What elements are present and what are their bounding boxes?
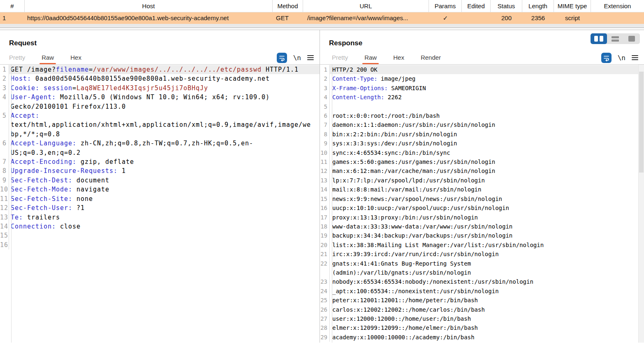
request-tab-pretty[interactable]: Pretty [8, 51, 26, 64]
response-editor[interactable]: 1HTTP/2 200 OK2Content-Type: image/jpeg3… [320, 65, 644, 343]
column-header-status[interactable]: Status [491, 0, 522, 12]
editor-line: 13lp:x:7:7:lp:/var/spool/lpd:/usr/sbin/n… [320, 176, 644, 185]
column-header-host[interactable]: Host [25, 0, 273, 12]
editor-line: 15 [0, 231, 320, 240]
editor-line: 1HTTP/2 200 OK [320, 65, 644, 74]
history-table-header: # Host Method URL Params Edited Status L… [0, 0, 644, 12]
request-editor[interactable]: 1GET /image?filename=/var/www/images/../… [0, 65, 320, 343]
response-panel: Response Pretty Raw Hex Render \n [320, 30, 644, 343]
line-number: 16 [320, 203, 330, 212]
column-header-length[interactable]: Length [522, 0, 554, 12]
editor-line: 12Sec-Fetch-User: ?1 [0, 203, 320, 212]
column-header-method[interactable]: Method [273, 0, 303, 12]
line-number: 11 [0, 194, 9, 203]
line-number: 7 [320, 120, 330, 129]
line-number: 10 [320, 148, 330, 157]
cell-url: /image?filename=/var/www/images... [303, 12, 429, 24]
line-number: 28 [320, 323, 330, 332]
request-tab-hex[interactable]: Hex [69, 51, 82, 64]
column-header-params[interactable]: Params [429, 0, 462, 12]
history-row-selected[interactable]: 1 https://0aad00d50456440b80155ae900e800… [0, 12, 644, 24]
editor-line: 16 [0, 240, 320, 250]
line-number: 6 [320, 111, 330, 120]
http-history-table: # Host Method URL Params Edited Status L… [0, 0, 644, 28]
editor-line: 2Content-Type: image/jpeg [320, 74, 644, 83]
editor-line: 10sync:x:4:65534:sync:/bin:/bin/sync [320, 148, 644, 157]
editor-line: 5 [320, 102, 644, 111]
column-header-edited[interactable]: Edited [462, 0, 491, 12]
editor-line: 22gnats:x:41:41:Gnats Bug-Reporting Syst… [320, 259, 644, 278]
line-number: 5 [0, 111, 9, 139]
line-number: 4 [320, 93, 330, 102]
column-header-extension[interactable]: Extension [591, 0, 644, 12]
line-number: 7 [0, 157, 9, 166]
line-number: 3 [320, 84, 330, 93]
line-number: 2 [320, 74, 330, 83]
cell-method: GET [273, 12, 303, 24]
column-header-mime-type[interactable]: MIME type [554, 0, 591, 12]
line-number: 8 [0, 166, 9, 175]
request-panel-title: Request [9, 39, 320, 48]
line-number: 19 [320, 231, 330, 240]
line-number: 13 [320, 176, 330, 185]
line-number: 14 [320, 185, 330, 194]
burp-http-message-viewer: # Host Method URL Params Edited Status L… [0, 0, 644, 343]
response-scrollbar[interactable] [638, 65, 644, 343]
editor-line: 4User-Agent: Mozilla/5.0 (Windows NT 10.… [0, 93, 320, 111]
response-tab-raw[interactable]: Raw [364, 51, 378, 64]
cell-edited [462, 12, 491, 24]
line-number: 4 [0, 93, 9, 111]
line-number: 10 [0, 185, 9, 194]
editor-line: 23nobody:x:65534:65534:nobody:/nonexiste… [320, 277, 644, 286]
line-number: 13 [0, 213, 9, 222]
newline-icon[interactable]: \n [618, 54, 625, 62]
editor-line: 14Connection: close [0, 222, 320, 231]
editor-line: 3Cookie: session=Laq8WE17led4K3Iqsjr5u45… [0, 84, 320, 93]
word-wrap-icon[interactable] [277, 53, 287, 63]
column-header-url[interactable]: URL [303, 0, 429, 12]
cell-status: 200 [491, 12, 522, 24]
newline-icon[interactable]: \n [293, 54, 301, 62]
editor-line: 14mail:x:8:8:mail:/var/mail:/usr/sbin/no… [320, 185, 644, 194]
response-tab-hex[interactable]: Hex [392, 51, 405, 64]
response-toolbar: \n [601, 51, 644, 64]
line-number: 22 [320, 259, 330, 278]
line-number: 3 [0, 84, 9, 93]
response-tab-pretty[interactable]: Pretty [331, 51, 349, 64]
hamburger-menu-icon[interactable] [632, 55, 638, 60]
table-empty-area [0, 24, 644, 28]
editor-line: 11games:x:5:60:games:/usr/games:/usr/sbi… [320, 157, 644, 166]
line-number: 6 [0, 139, 9, 157]
layout-columns-button[interactable] [591, 33, 607, 44]
line-number: 18 [320, 222, 330, 231]
message-editor-panels: Request Pretty Raw Hex \n [0, 30, 644, 343]
line-number: 17 [320, 213, 330, 222]
editor-line: 2Host: 0aad00d50456440b80155ae900e800a1.… [0, 74, 320, 83]
response-tab-bar: Pretty Raw Hex Render \n [320, 51, 644, 65]
layout-rows-button[interactable] [607, 33, 623, 44]
response-tab-render[interactable]: Render [420, 51, 442, 64]
cell-host: https://0aad00d50456440b80155ae900e800a1… [25, 12, 273, 24]
line-number: 23 [320, 277, 330, 286]
editor-line: 9Sec-Fetch-Dest: document [0, 176, 320, 185]
line-number: 15 [0, 231, 9, 240]
layout-single-button[interactable] [623, 33, 640, 44]
editor-line: 7daemon:x:1:1:daemon:/usr/sbin:/usr/sbin… [320, 120, 644, 129]
editor-line: 5Accept: text/html,application/xhtml+xml… [0, 111, 320, 139]
editor-line: 9sys:x:3:3:sys:/dev:/usr/sbin/nologin [320, 139, 644, 148]
editor-line: 26carlos:x:12002:12002::/home/carlos:/bi… [320, 305, 644, 314]
line-number: 9 [0, 176, 9, 185]
column-header-number[interactable]: # [0, 0, 25, 12]
request-toolbar: \n [277, 51, 320, 64]
word-wrap-icon[interactable] [601, 53, 612, 63]
params-check-icon: ✓ [429, 12, 462, 24]
cell-mime-type: script [554, 12, 591, 24]
scrollbar-thumb[interactable] [639, 72, 644, 173]
editor-line: 27user:x:12000:12000::/home/user:/bin/ba… [320, 314, 644, 323]
editor-line: 7Accept-Encoding: gzip, deflate [0, 157, 320, 166]
editor-line: 11Sec-Fetch-Site: none [0, 194, 320, 203]
editor-line: 8Upgrade-Insecure-Requests: 1 [0, 166, 320, 175]
hamburger-menu-icon[interactable] [307, 55, 314, 60]
line-number: 15 [320, 194, 330, 203]
request-tab-raw[interactable]: Raw [41, 51, 55, 64]
